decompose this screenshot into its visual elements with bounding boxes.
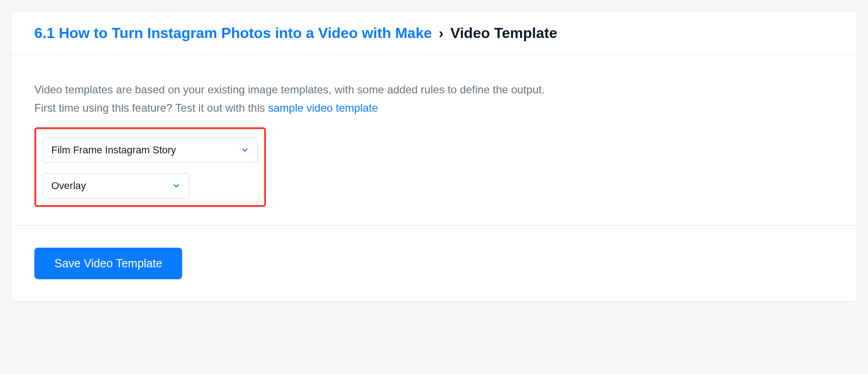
type-select[interactable]: Overlay <box>43 173 189 199</box>
sample-video-template-link[interactable]: sample video template <box>268 102 378 114</box>
template-select-value: Film Frame Instagram Story <box>51 144 176 156</box>
breadcrumb-parent-link[interactable]: 6.1 How to Turn Instagram Photos into a … <box>34 25 432 41</box>
description-line1: Video templates are based on your existi… <box>34 83 545 96</box>
type-select-value: Overlay <box>51 180 86 192</box>
card-footer: Save Video Template <box>11 225 857 301</box>
save-video-template-button[interactable]: Save Video Template <box>34 248 182 279</box>
description-text: Video templates are based on your existi… <box>34 81 834 117</box>
chevron-down-icon <box>241 146 249 154</box>
description-line2-prefix: First time using this feature? Test it o… <box>34 102 268 114</box>
card-header: 6.1 How to Turn Instagram Photos into a … <box>11 11 857 55</box>
highlight-box: Film Frame Instagram Story Overlay <box>34 127 266 207</box>
breadcrumb-current: Video Template <box>450 25 558 41</box>
template-select[interactable]: Film Frame Instagram Story <box>43 137 258 163</box>
chevron-down-icon <box>172 182 180 190</box>
breadcrumb-separator: › <box>439 25 444 41</box>
card-body: Video templates are based on your existi… <box>11 55 857 225</box>
video-template-card: 6.1 How to Turn Instagram Photos into a … <box>11 11 857 302</box>
breadcrumb: 6.1 How to Turn Instagram Photos into a … <box>34 24 834 42</box>
